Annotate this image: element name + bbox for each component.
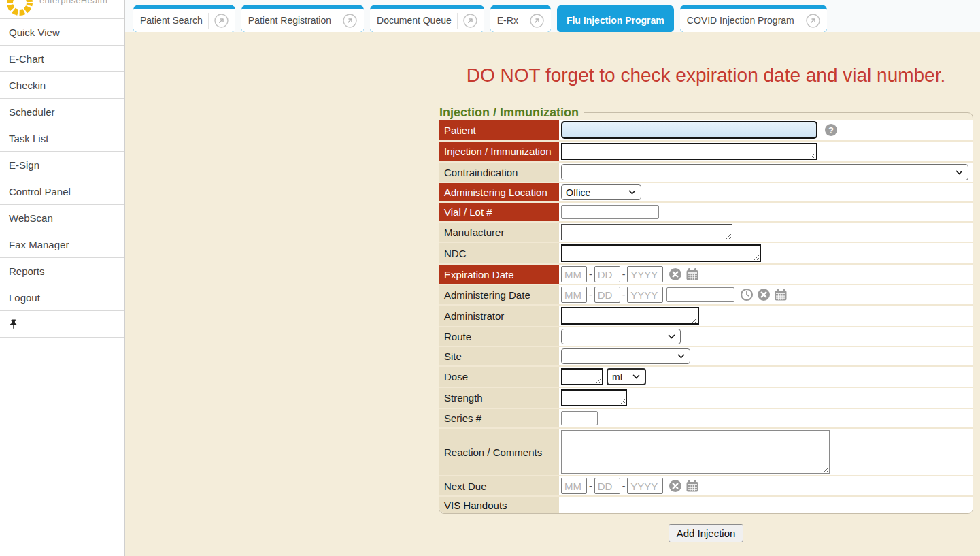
site-select[interactable] [561, 348, 690, 364]
administering-day-input[interactable] [594, 287, 620, 303]
open-new-window-icon[interactable] [806, 14, 820, 28]
tab-label: COVID Injection Program [687, 15, 794, 26]
administering-date-row: Administering Date - - [439, 284, 973, 304]
next-due-month-input[interactable] [561, 478, 587, 494]
strength-label: Strength [439, 388, 559, 408]
strength-row: Strength [439, 387, 973, 408]
next-due-label: Next Due [439, 476, 559, 495]
contraindication-row: Contraindication [439, 161, 973, 182]
dose-label: Dose [439, 367, 559, 387]
date-separator: - [622, 289, 626, 300]
next-due-row: Next Due - - [439, 475, 973, 495]
sidebar-item-control-panel[interactable]: Control Panel [0, 178, 124, 205]
main-area: Patient Search Patient Registration Docu… [125, 0, 980, 556]
sidebar: enterpriseHealth Quick View E-Chart Chec… [0, 0, 125, 556]
sidebar-item-e-chart[interactable]: E-Chart [0, 46, 124, 72]
administrator-label: Administrator [439, 306, 559, 326]
tab-e-rx[interactable]: E-Rx [490, 5, 551, 32]
contraindication-select[interactable] [561, 164, 968, 180]
expiration-date-inputs: - - [561, 266, 663, 282]
sidebar-item-scheduler[interactable]: Scheduler [0, 99, 124, 125]
next-due-date-inputs: - - [561, 478, 663, 494]
dose-row: Dose mL [439, 365, 973, 387]
clear-date-icon[interactable] [669, 267, 682, 281]
vial-lot-input[interactable] [561, 205, 659, 219]
sidebar-pin-toggle[interactable] [0, 311, 124, 338]
calendar-icon[interactable] [686, 479, 699, 493]
sidebar-item-checkin[interactable]: Checkin [0, 72, 124, 99]
patient-input[interactable] [561, 121, 817, 139]
administering-month-input[interactable] [561, 287, 587, 303]
series-row: Series # [439, 408, 973, 427]
administrator-row: Administrator [439, 304, 973, 326]
manufacturer-input[interactable] [561, 224, 732, 240]
next-due-year-input[interactable] [627, 478, 663, 494]
chevron-down-icon [955, 168, 964, 177]
administering-location-label: Administering Location [439, 183, 559, 201]
sidebar-item-quick-view[interactable]: Quick View [0, 19, 124, 46]
administering-time-input[interactable] [666, 287, 734, 302]
next-due-day-input[interactable] [594, 478, 620, 494]
tab-covid-injection-program[interactable]: COVID Injection Program [680, 5, 827, 32]
sidebar-item-fax-manager[interactable]: Fax Manager [0, 231, 124, 258]
administrator-input[interactable] [561, 307, 699, 325]
tab-document-queue[interactable]: Document Queue [370, 5, 484, 32]
dose-unit-select[interactable]: mL [607, 368, 646, 385]
vial-lot-row: Vial / Lot # [439, 201, 973, 221]
calendar-icon[interactable] [774, 288, 788, 301]
date-separator: - [589, 269, 592, 280]
administering-date-label: Administering Date [439, 285, 559, 304]
form-legend: Injection / Immunization [439, 105, 584, 120]
tab-label: Patient Search [140, 15, 203, 26]
open-new-window-icon[interactable] [343, 14, 357, 28]
reaction-comments-input[interactable] [561, 430, 830, 474]
tab-label: Patient Registration [248, 15, 331, 26]
add-injection-button[interactable]: Add Injection [669, 524, 744, 542]
expiration-month-input[interactable] [561, 266, 587, 282]
chevron-down-icon [667, 332, 676, 341]
calendar-icon[interactable] [686, 267, 699, 281]
clear-date-icon[interactable] [757, 288, 771, 301]
sidebar-item-webscan[interactable]: WebScan [0, 205, 124, 231]
app-window: enterpriseHealth Quick View E-Chart Chec… [0, 0, 980, 556]
selected-value: mL [612, 372, 629, 382]
open-new-window-icon[interactable] [530, 14, 544, 28]
chevron-down-icon [632, 372, 641, 381]
date-separator: - [589, 289, 592, 300]
sidebar-item-logout[interactable]: Logout [0, 284, 124, 311]
series-input[interactable] [561, 411, 598, 425]
expiration-date-row: Expiration Date - - [439, 263, 973, 284]
tab-patient-search[interactable]: Patient Search [133, 5, 235, 32]
expiration-year-input[interactable] [627, 266, 663, 282]
expiration-date-label: Expiration Date [439, 265, 559, 284]
sidebar-nav: Quick View E-Chart Checkin Scheduler Tas… [0, 19, 124, 338]
strength-input[interactable] [561, 389, 627, 406]
tab-divider [337, 13, 337, 29]
route-select[interactable] [561, 329, 681, 344]
patient-row: Patient ? [439, 120, 973, 140]
chevron-down-icon [628, 188, 637, 197]
chevron-down-icon [677, 352, 686, 361]
tab-flu-injection-program[interactable]: Flu Injection Program [557, 5, 674, 32]
tab-patient-registration[interactable]: Patient Registration [241, 5, 364, 32]
route-label: Route [439, 327, 559, 346]
expiration-day-input[interactable] [594, 266, 620, 282]
tab-divider [524, 13, 524, 29]
administering-year-input[interactable] [627, 287, 663, 303]
clock-icon[interactable] [740, 288, 754, 301]
help-icon[interactable]: ? [825, 124, 837, 136]
sidebar-item-task-list[interactable]: Task List [0, 125, 124, 152]
injection-input[interactable] [561, 143, 817, 160]
sidebar-item-e-sign[interactable]: E-Sign [0, 152, 124, 178]
vial-lot-label: Vial / Lot # [439, 203, 559, 221]
tab-divider [457, 13, 458, 29]
dose-input[interactable] [561, 368, 603, 385]
sidebar-item-reports[interactable]: Reports [0, 258, 124, 284]
open-new-window-icon[interactable] [463, 14, 477, 28]
clear-date-icon[interactable] [669, 479, 682, 493]
date-separator: - [622, 480, 626, 491]
vis-handouts-link[interactable]: VIS Handouts [444, 500, 507, 511]
open-new-window-icon[interactable] [214, 14, 229, 28]
ndc-input[interactable] [561, 244, 761, 262]
administering-location-select[interactable]: Office [561, 184, 641, 200]
